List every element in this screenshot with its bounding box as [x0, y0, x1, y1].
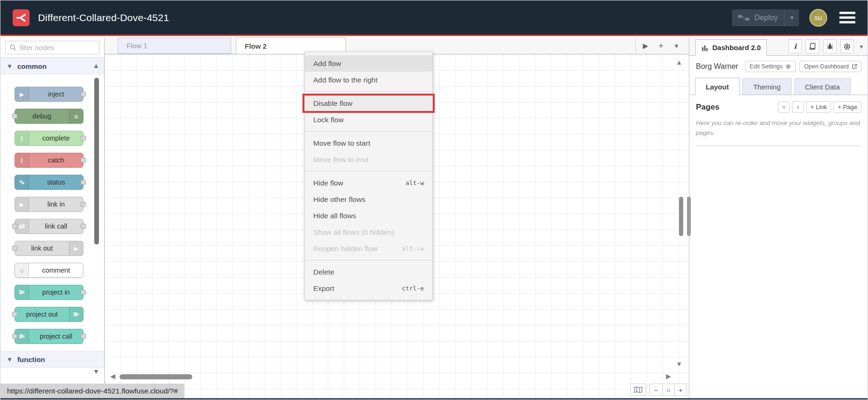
- info-tab-button[interactable]: i: [788, 39, 802, 53]
- menu-item-delete[interactable]: Delete: [305, 264, 432, 280]
- menu-item-lock-flow[interactable]: Lock flow: [305, 111, 432, 128]
- output-port[interactable]: [81, 92, 86, 97]
- zoom-in-button[interactable]: +: [674, 384, 687, 395]
- palette-node-link-out[interactable]: link out ►: [15, 241, 83, 256]
- palette-node-comment[interactable]: ○ comment: [15, 263, 83, 278]
- output-port[interactable]: [81, 334, 86, 339]
- filter-nodes-input[interactable]: [20, 44, 95, 52]
- menu-item-add-flow-right[interactable]: Add flow to the right: [305, 72, 432, 88]
- navigator-map-button[interactable]: [630, 384, 646, 396]
- main-menu-button[interactable]: [838, 10, 857, 25]
- edit-settings-button[interactable]: Edit Settings: [745, 61, 796, 72]
- status-bar-url: https://different-collared-dove-4521.flo…: [0, 384, 184, 398]
- add-page-button[interactable]: + Page: [833, 101, 861, 113]
- tab-flow-1[interactable]: Flow 1: [118, 37, 231, 54]
- sidebar-tool-buttons: i ▾: [788, 37, 863, 55]
- bug-icon: [826, 43, 834, 50]
- palette-node-catch[interactable]: ! catch: [15, 153, 83, 168]
- canvas-vertical-scrollbar-thumb[interactable]: [679, 197, 683, 236]
- book-icon: [809, 43, 816, 50]
- filter-nodes-box[interactable]: [5, 41, 99, 54]
- output-port[interactable]: [81, 224, 86, 229]
- canvas-horizontal-scrollbar-thumb[interactable]: [120, 374, 192, 379]
- shortcut-label: ctrl-e: [402, 285, 424, 292]
- menu-item-hide-all-flows[interactable]: Hide all flows: [305, 207, 432, 224]
- menu-item-add-flow[interactable]: Add flow: [305, 55, 432, 72]
- user-avatar[interactable]: su: [809, 9, 827, 27]
- tab-layout[interactable]: Layout: [695, 78, 740, 95]
- menu-item-reopen-hidden-flow: Reopen hidden flowalt-⇧w: [305, 240, 432, 257]
- output-port[interactable]: [81, 290, 86, 295]
- instance-title: Different-Collared-Dove-4521: [38, 12, 169, 23]
- bar-chart-icon: [702, 44, 709, 51]
- input-port[interactable]: [12, 312, 17, 317]
- deploy-label: Deploy: [750, 14, 785, 22]
- dashboard-instance-row: Borg Warner Edit Settings Open Dashboard: [689, 56, 868, 77]
- open-dashboard-button[interactable]: Open Dashboard: [800, 61, 862, 72]
- menu-item-hide-flow[interactable]: Hide flowalt-w: [305, 175, 432, 191]
- canvas-scroll-up-arrow[interactable]: ▲: [676, 59, 682, 66]
- palette-filter-row: [0, 37, 104, 58]
- config-nodes-tab-button[interactable]: [840, 39, 854, 53]
- palette-scroll-up-arrow[interactable]: ▲: [93, 62, 99, 69]
- palette-scrollbar-thumb[interactable]: [94, 78, 99, 244]
- expand-all-button[interactable]: »: [792, 101, 804, 113]
- input-port[interactable]: [12, 246, 17, 251]
- tab-client-data[interactable]: Client Data: [794, 78, 851, 95]
- menu-item-hide-other-flows[interactable]: Hide other flows: [305, 191, 432, 207]
- menu-item-disable-flow[interactable]: Disable flow: [305, 95, 432, 111]
- palette-node-project-in[interactable]: ⋔ project in: [15, 285, 83, 300]
- palette-node-complete[interactable]: ! complete: [15, 131, 83, 146]
- debug-tab-button[interactable]: [823, 39, 837, 53]
- input-port[interactable]: [12, 114, 17, 119]
- menu-divider: [305, 91, 432, 92]
- add-link-button[interactable]: + Link: [806, 101, 831, 113]
- menu-item-export[interactable]: Exportctrl-e: [305, 280, 432, 296]
- zoom-reset-button[interactable]: ○: [662, 384, 674, 395]
- project-in-icon: ⋔: [15, 285, 29, 299]
- add-flow-button[interactable]: +: [653, 39, 669, 53]
- palette-scroll-down-arrow[interactable]: ▼: [93, 368, 99, 375]
- palette-node-link-in[interactable]: ► link in: [15, 197, 83, 212]
- zoom-out-button[interactable]: −: [650, 384, 662, 395]
- debug-icon: ≡: [69, 109, 83, 123]
- palette-node-debug[interactable]: debug ≡: [15, 109, 83, 124]
- output-port[interactable]: [81, 136, 86, 141]
- palette-node-project-out[interactable]: project out ⋔: [15, 307, 83, 322]
- palette-node-project-call[interactable]: ⋔ project call: [15, 329, 83, 344]
- collapse-all-button[interactable]: «: [778, 101, 790, 113]
- menu-divider: [305, 171, 432, 171]
- output-port[interactable]: [81, 158, 86, 163]
- palette-section-function[interactable]: ▼ function: [0, 351, 104, 368]
- tab-theming[interactable]: Theming: [742, 78, 791, 95]
- shortcut-label: alt-⇧w: [402, 245, 424, 252]
- palette-section-common[interactable]: ▼ common: [0, 58, 104, 74]
- tab-scroll-right-button[interactable]: ▶: [638, 39, 653, 53]
- output-port[interactable]: [81, 202, 86, 207]
- gear-icon: [843, 43, 851, 51]
- deploy-options-caret[interactable]: ▾: [784, 9, 799, 26]
- node-red-editor-window: Different-Collared-Dove-4521 Deploy ▾ su: [0, 0, 868, 400]
- menu-divider: [305, 260, 432, 260]
- output-port[interactable]: [81, 180, 86, 185]
- flow-list-caret-button[interactable]: ▾: [669, 39, 684, 53]
- sidebar-resize-handle[interactable]: [687, 197, 691, 236]
- deploy-icon: [738, 14, 750, 22]
- deploy-button[interactable]: Deploy ▾: [732, 9, 799, 26]
- canvas-scroll-right-arrow[interactable]: ▶: [666, 373, 671, 379]
- menu-item-move-flow-start[interactable]: Move flow to start: [305, 135, 432, 151]
- input-port[interactable]: [12, 334, 17, 339]
- input-port[interactable]: [12, 224, 17, 229]
- help-tab-button[interactable]: [806, 39, 819, 53]
- menu-item-move-flow-end: Move flow to end: [305, 151, 432, 168]
- palette-node-link-call[interactable]: ⇄ link call: [15, 219, 83, 234]
- zoom-controls: − ○ +: [649, 384, 687, 396]
- map-icon: [634, 386, 642, 393]
- canvas-scroll-down-arrow[interactable]: ▼: [676, 361, 682, 367]
- palette-node-inject[interactable]: ► inject: [15, 87, 83, 102]
- sidebar-collapse-caret[interactable]: ▾: [860, 43, 863, 50]
- canvas-scroll-left-arrow[interactable]: ◀: [110, 373, 115, 379]
- sidebar-tab-dashboard[interactable]: Dashboard 2.0: [695, 39, 767, 56]
- tab-toolbar: ▶ + ▾: [635, 37, 684, 54]
- palette-node-status[interactable]: ∿ status: [15, 175, 83, 190]
